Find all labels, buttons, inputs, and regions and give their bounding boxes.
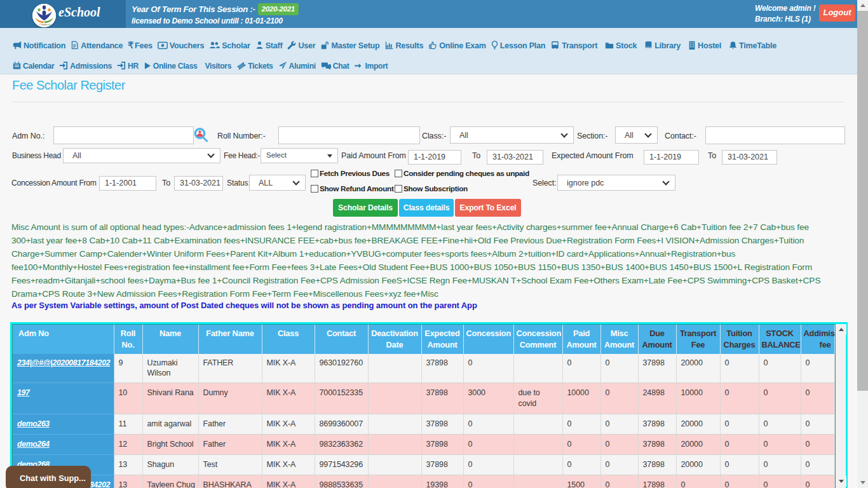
svg-text:Sch: Sch [41,23,46,26]
svg-text:ool: ool [46,23,51,26]
